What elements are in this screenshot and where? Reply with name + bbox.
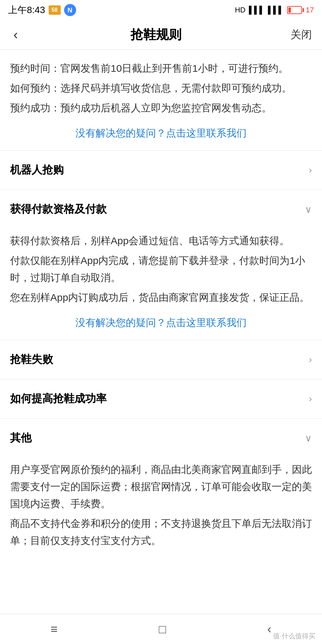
- accordion-header-improve[interactable]: 如何提高抢鞋成功率 ›: [0, 379, 322, 418]
- status-bar: 上午8:43 58 N HD ▌▌▌ ▌▌▌ 17: [0, 0, 322, 20]
- accordion-header-other[interactable]: 其他 ∨: [0, 419, 322, 458]
- payment-line-1: 获得付款资格后，别样App会通过短信、电话等方式通知获得。: [10, 232, 312, 249]
- accordion-title-other: 其他: [10, 431, 32, 445]
- accordion-icon-payment: ∨: [305, 204, 312, 215]
- page-title: 抢鞋规则: [130, 26, 181, 43]
- hd-label: HD: [235, 6, 246, 14]
- intro-text: 预约时间：官网发售前10日截止到开售前1小时，可进行预约。 如何预约：选择尺码并…: [10, 60, 312, 116]
- back-button[interactable]: ‹: [10, 24, 21, 46]
- intro-line-2: 如何预约：选择尺码并填写收货信息，无需付款即可预约成功。: [10, 79, 312, 97]
- payment-contact-link[interactable]: 没有解决您的疑问？点击这里联系我们: [10, 316, 312, 330]
- battery-level: 17: [306, 6, 314, 14]
- close-button[interactable]: 关闭: [290, 28, 312, 42]
- accordion-title-payment: 获得付款资格及付款: [10, 202, 107, 217]
- payment-line-2: 付款仅能在别样App内完成，请您提前下载并登录，付款时间为1小时，过期订单自动取…: [10, 252, 312, 286]
- status-icon-badge: 58: [49, 5, 61, 15]
- home-button[interactable]: □: [146, 619, 180, 640]
- intro-section: 预约时间：官网发售前10日截止到开售前1小时，可进行预约。 如何预约：选择尺码并…: [0, 50, 322, 150]
- accordion-icon-robot: ›: [309, 165, 312, 175]
- accordion-title-robot: 机器人抢购: [10, 163, 64, 177]
- other-line-1: 用户享受官网原价预约的福利，商品由北美商家官网直邮到手，因此需要支付一定的国际运…: [10, 461, 312, 512]
- accordion-header-payment[interactable]: 获得付款资格及付款 ∨: [0, 190, 322, 229]
- intro-line-1: 预约时间：官网发售前10日截止到开售前1小时，可进行预约。: [10, 60, 312, 77]
- accordion-item-improve: 如何提高抢鞋成功率 ›: [0, 379, 322, 418]
- accordion-content-other: 用户享受官网原价预约的福利，商品由北美商家官网直邮到手，因此需要支付一定的国际运…: [0, 458, 322, 552]
- payment-text: 获得付款资格后，别样App会通过短信、电话等方式通知获得。 付款仅能在别样App…: [10, 232, 312, 306]
- accordion-header-robot[interactable]: 机器人抢购 ›: [0, 151, 322, 190]
- accordion-title-improve: 如何提高抢鞋成功率: [10, 391, 107, 406]
- battery-body: [287, 6, 302, 14]
- other-text: 用户享受官网原价预约的福利，商品由北美商家官网直邮到手，因此需要支付一定的国际运…: [10, 461, 312, 549]
- payment-line-3: 您在别样App内订购成功后，货品由商家官网直接发货，保证正品。: [10, 289, 312, 306]
- status-icon-n: N: [64, 4, 76, 16]
- accordion-item-payment: 获得付款资格及付款 ∨ 获得付款资格后，别样App会通过短信、电话等方式通知获得…: [0, 190, 322, 340]
- signal-label: ▌▌▌: [249, 6, 265, 14]
- accordion-header-failure[interactable]: 抢鞋失败 ›: [0, 340, 322, 379]
- accordion-icon-other: ∨: [305, 433, 312, 444]
- bottom-credit: 值·什么值得买: [273, 632, 315, 641]
- intro-contact-link[interactable]: 没有解决您的疑问？点击这里联系我们: [10, 126, 312, 140]
- accordion-title-failure: 抢鞋失败: [10, 352, 53, 367]
- signal-label2: ▌▌▌: [268, 6, 284, 14]
- battery-fill: [288, 7, 291, 13]
- accordion-icon-improve: ›: [309, 393, 312, 404]
- battery: 17: [287, 6, 314, 14]
- status-left: 上午8:43 58 N: [8, 4, 76, 16]
- accordion-item-failure: 抢鞋失败 ›: [0, 340, 322, 379]
- status-right: HD ▌▌▌ ▌▌▌ 17: [235, 6, 314, 14]
- intro-line-3: 预约成功：预约成功后机器人立即为您监控官网发售动态。: [10, 99, 312, 116]
- menu-button[interactable]: ≡: [37, 619, 71, 640]
- accordion-item-robot: 机器人抢购 ›: [0, 150, 322, 190]
- other-line-2: 商品不支持代金券和积分的使用；不支持退换货且下单后无法取消订单；目前仅支持支付宝…: [10, 515, 312, 549]
- accordion-icon-failure: ›: [309, 354, 312, 365]
- nav-bar: ‹ 抢鞋规则 关闭: [0, 20, 322, 50]
- main-content: 预约时间：官网发售前10日截止到开售前1小时，可进行预约。 如何预约：选择尺码并…: [0, 50, 322, 586]
- status-time: 上午8:43: [8, 4, 45, 16]
- accordion-item-other: 其他 ∨ 用户享受官网原价预约的福利，商品由北美商家官网直邮到手，因此需要支付一…: [0, 418, 322, 552]
- battery-tip: [303, 8, 304, 12]
- accordion-content-payment: 获得付款资格后，别样App会通过短信、电话等方式通知获得。 付款仅能在别样App…: [0, 229, 322, 340]
